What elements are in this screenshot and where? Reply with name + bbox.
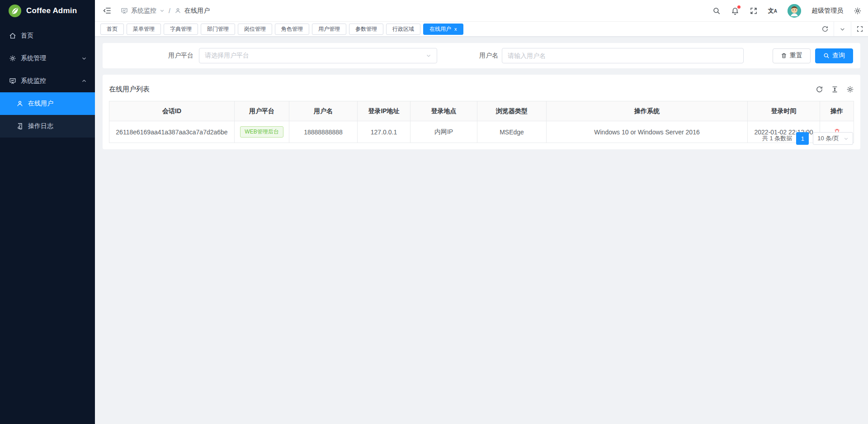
header-actions: 文A 超级管理员	[712, 4, 862, 18]
content-fullscreen-icon[interactable]	[851, 22, 868, 36]
app-logo-row[interactable]: Coffee Admin	[0, 0, 95, 22]
top-header: 系统监控 / 在线用户	[95, 0, 868, 22]
search-button[interactable]: 查询	[815, 48, 853, 63]
tab-label: 字典管理	[170, 25, 192, 33]
settings-gear-icon[interactable]	[854, 7, 862, 15]
tab-menu-management[interactable]: 菜单管理	[127, 24, 161, 35]
table-header-row: 会话ID 用户平台 用户名 登录IP地址 登录地点 浏览器类型 操作系统 登录时…	[109, 101, 854, 121]
tab-post-management[interactable]: 岗位管理	[238, 24, 272, 35]
tab-options-chevron-icon[interactable]	[834, 22, 851, 36]
platform-select-placeholder: 请选择用户平台	[205, 52, 426, 60]
card-header: 在线用户列表	[109, 81, 854, 97]
platform-label: 用户平台	[110, 52, 199, 60]
column-header-username: 用户名	[289, 101, 358, 121]
cell-browser: MSEdge	[477, 121, 547, 143]
pagination-total: 共 1 条数据	[762, 134, 792, 143]
username-input-wrap	[502, 48, 744, 63]
fold-sidebar-icon[interactable]	[103, 6, 112, 15]
cell-session-id: 26118e6169aa41a387aa3ca7a7d2a6be	[109, 121, 235, 143]
sidebar-item-online-user[interactable]: 在线用户	[0, 92, 95, 115]
column-header-login-time: 登录时间	[748, 101, 820, 121]
page-tab-bar: 首页 菜单管理 字典管理 部门管理 岗位管理 角色管理 用户管理 参数管理 行政…	[95, 22, 868, 37]
sidebar-item-home[interactable]: 首页	[0, 24, 95, 47]
user-icon	[16, 100, 24, 107]
tab-label: 行政区域	[392, 25, 414, 33]
tab-label: 首页	[107, 25, 118, 33]
system-monitor-submenu: 在线用户 操作日志	[0, 92, 95, 138]
breadcrumb-item-system-monitor[interactable]: 系统监控	[131, 7, 156, 15]
refresh-page-icon[interactable]	[816, 22, 834, 36]
sidebar-item-system-management[interactable]: 系统管理	[0, 47, 95, 70]
monitor-icon	[121, 7, 128, 14]
filter-actions: 重置 查询	[773, 48, 853, 63]
search-icon	[823, 52, 830, 59]
tab-dict-management[interactable]: 字典管理	[164, 24, 198, 35]
tab-close-icon[interactable]: x	[454, 27, 457, 32]
tab-role-management[interactable]: 角色管理	[275, 24, 309, 35]
chevron-down-icon	[81, 56, 87, 61]
sidebar-item-label: 操作日志	[28, 122, 87, 130]
sidebar-item-label: 首页	[21, 32, 87, 40]
tab-label: 部门管理	[207, 25, 229, 33]
tab-dept-management[interactable]: 部门管理	[201, 24, 235, 35]
page-size-select[interactable]: 10 条/页	[813, 132, 853, 145]
chevron-down-icon[interactable]	[160, 8, 165, 13]
sidebar-item-label: 在线用户	[28, 100, 87, 108]
cell-os: Windows 10 or Windows Server 2016	[547, 121, 748, 143]
tab-admin-region[interactable]: 行政区域	[386, 24, 420, 35]
tab-label: 岗位管理	[244, 25, 266, 33]
tab-label: 菜单管理	[133, 25, 155, 33]
platform-select[interactable]: 请选择用户平台	[199, 48, 437, 63]
cell-location: 内网IP	[410, 121, 477, 143]
column-settings-gear-icon[interactable]	[846, 86, 854, 93]
breadcrumb-separator: /	[169, 7, 170, 14]
tab-online-user[interactable]: 在线用户 x	[423, 24, 463, 35]
coffee-admin-logo-icon	[8, 4, 22, 18]
online-user-table: 会话ID 用户平台 用户名 登录IP地址 登录地点 浏览器类型 操作系统 登录时…	[109, 101, 854, 143]
breadcrumb: 系统监控 / 在线用户	[121, 7, 210, 15]
sidebar-item-system-monitor[interactable]: 系统监控	[0, 70, 95, 92]
open-page-tabs: 首页 菜单管理 字典管理 部门管理 岗位管理 角色管理 用户管理 参数管理 行政…	[100, 24, 816, 35]
refresh-table-icon[interactable]	[816, 86, 823, 93]
chevron-down-icon	[426, 53, 431, 58]
tab-label: 用户管理	[318, 25, 340, 33]
reset-button-label: 重置	[790, 52, 802, 60]
tab-bar-tools	[816, 22, 868, 36]
log-search-icon	[16, 123, 24, 130]
reset-button[interactable]: 重置	[773, 48, 811, 63]
filter-panel: 用户平台 请选择用户平台 用户名 重置	[103, 43, 860, 68]
column-header-session-id: 会话ID	[109, 101, 235, 121]
tab-label: 参数管理	[355, 25, 377, 33]
translate-icon[interactable]: 文A	[768, 8, 777, 14]
trash-icon	[781, 52, 787, 59]
tab-label: 角色管理	[281, 25, 303, 33]
page-content: 用户平台 请选择用户平台 用户名 重置	[95, 37, 868, 424]
column-header-os: 操作系统	[547, 101, 748, 121]
username-input[interactable]	[508, 52, 738, 59]
notification-bell-icon[interactable]	[731, 7, 739, 15]
chevron-up-icon	[81, 78, 87, 84]
current-user-name[interactable]: 超级管理员	[811, 7, 843, 15]
table-tools	[816, 86, 854, 93]
sidebar-item-operation-log[interactable]: 操作日志	[0, 115, 95, 138]
tab-param-management[interactable]: 参数管理	[349, 24, 383, 35]
notification-dot	[737, 5, 741, 9]
tab-user-management[interactable]: 用户管理	[312, 24, 346, 35]
monitor-icon	[9, 77, 16, 85]
app-title: Coffee Admin	[26, 6, 77, 15]
avatar[interactable]	[788, 4, 801, 18]
column-header-actions: 操作	[820, 101, 854, 121]
breadcrumb-item-online-user: 在线用户	[184, 7, 210, 15]
cell-platform: WEB管理后台	[235, 121, 289, 143]
card-title: 在线用户列表	[109, 85, 150, 94]
column-header-browser: 浏览器类型	[477, 101, 547, 121]
chevron-down-icon	[844, 136, 849, 141]
row-density-icon[interactable]	[831, 86, 839, 93]
pagination: 共 1 条数据 1 10 条/页	[762, 132, 853, 145]
search-icon[interactable]	[712, 7, 721, 15]
page-1-button[interactable]: 1	[796, 132, 809, 145]
tab-home[interactable]: 首页	[100, 24, 124, 35]
column-header-platform: 用户平台	[235, 101, 289, 121]
online-user-list-card: 在线用户列表	[103, 75, 860, 149]
fullscreen-icon[interactable]	[750, 7, 758, 15]
